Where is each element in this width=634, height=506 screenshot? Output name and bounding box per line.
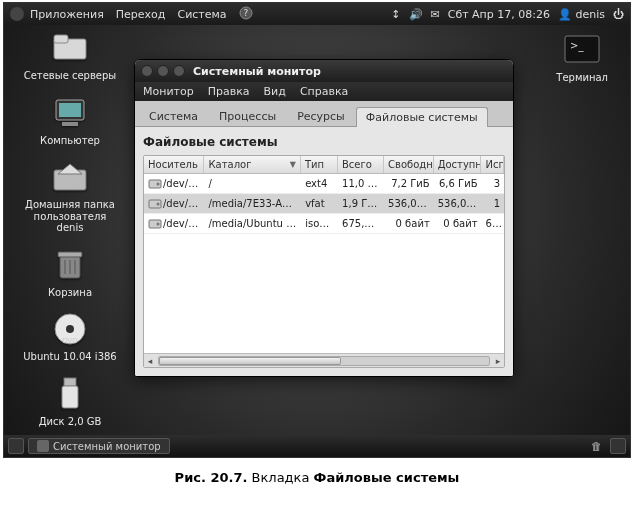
distro-logo-icon[interactable] — [10, 7, 24, 21]
svg-marker-8 — [58, 164, 82, 174]
system-monitor-window: Системный монитор Монитор Правка Вид Спр… — [134, 59, 514, 377]
volume-icon[interactable]: 🔊 — [409, 8, 423, 21]
cell-directory: /media/7E33-A58E — [204, 196, 301, 211]
col-total[interactable]: Всего — [338, 156, 384, 173]
caption-text: Вкладка — [247, 470, 313, 485]
icon-label: Диск 2,0 GB — [39, 416, 102, 427]
icon-label: Домашняя папка пользователя denis — [25, 199, 115, 233]
tab-bar: Система Процессы Ресурсы Файловые систем… — [135, 101, 513, 127]
svg-point-15 — [66, 325, 74, 333]
maximize-button[interactable] — [173, 65, 185, 77]
filesystems-table: Носитель Каталог▼ Тип Всего Свободно Дос… — [143, 155, 505, 368]
menu-edit[interactable]: Правка — [208, 85, 250, 98]
menu-help[interactable]: Справка — [300, 85, 348, 98]
cell-directory: /media/Ubuntu 10.04 i386 — [204, 216, 301, 231]
user-name: denis — [575, 8, 605, 21]
cell-device: /dev/sr0 — [144, 216, 204, 232]
scroll-right-icon[interactable]: ▸ — [492, 355, 504, 367]
trash-icon — [49, 246, 91, 284]
svg-point-22 — [157, 182, 160, 185]
folder-network-icon — [49, 29, 91, 67]
top-panel: Приложения Переход Система ? ↕ 🔊 ✉ Сбт А… — [4, 3, 630, 25]
window-titlebar[interactable]: Системный монитор — [135, 60, 513, 82]
taskbar-app-button[interactable]: Системный монитор — [28, 438, 170, 454]
desktop-icon-cdrom[interactable]: DVD Ubuntu 10.04 i386 — [20, 310, 120, 363]
minimize-button[interactable] — [157, 65, 169, 77]
table-row[interactable]: /dev/sr0/media/Ubuntu 10.04 i386iso96606… — [144, 214, 504, 234]
desktop-icon-trash[interactable]: Корзина — [20, 246, 120, 299]
help-icon[interactable]: ? — [239, 6, 253, 23]
caption-bold: Файловые системы — [314, 470, 460, 485]
col-device[interactable]: Носитель — [144, 156, 204, 173]
desktop-icon-home[interactable]: Домашняя папка пользователя denis — [20, 158, 120, 234]
desktop-icons-column: Сетевые серверы Компьютер Домашняя папка… — [20, 29, 120, 439]
desktop-icon-terminal[interactable]: >_ Терминал — [556, 33, 608, 83]
close-button[interactable] — [141, 65, 153, 77]
tab-system[interactable]: Система — [139, 106, 208, 126]
svg-rect-5 — [59, 103, 81, 117]
tab-processes[interactable]: Процессы — [209, 106, 286, 126]
col-free[interactable]: Свободно — [384, 156, 434, 173]
section-title: Файловые системы — [143, 135, 505, 149]
menu-applications[interactable]: Приложения — [30, 8, 104, 21]
scroll-thumb[interactable] — [159, 357, 341, 365]
col-type[interactable]: Тип — [301, 156, 338, 173]
svg-rect-18 — [62, 386, 78, 408]
app-icon — [37, 440, 49, 452]
figure-number: Рис. 20.7. — [175, 470, 248, 485]
cell-used: 1 — [482, 196, 504, 211]
menu-view[interactable]: Вид — [264, 85, 286, 98]
table-row[interactable]: /dev/sdb1/media/7E33-A58Evfat1,9 ГиБ536,… — [144, 194, 504, 214]
clock[interactable]: Сбт Апр 17, 08:26 — [448, 8, 550, 21]
dvd-icon: DVD — [49, 310, 91, 348]
col-available[interactable]: Доступно — [434, 156, 482, 173]
mail-icon[interactable]: ✉ — [431, 8, 440, 21]
svg-rect-17 — [64, 378, 76, 386]
tab-resources[interactable]: Ресурсы — [287, 106, 355, 126]
table-body[interactable]: /dev/sda1/ext411,0 ГиБ7,2 ГиБ6,6 ГиБ3/de… — [144, 174, 504, 353]
show-desktop-button[interactable] — [8, 438, 24, 454]
desktop-icon-computer[interactable]: Компьютер — [20, 94, 120, 147]
menu-system[interactable]: Система — [177, 8, 226, 21]
horizontal-scrollbar[interactable]: ◂ ▸ — [144, 353, 504, 367]
network-icon[interactable]: ↕ — [391, 8, 400, 21]
svg-point-24 — [157, 202, 160, 205]
cell-total: 1,9 ГиБ — [338, 196, 384, 211]
usb-drive-icon — [49, 375, 91, 413]
cell-used: 3 — [482, 176, 504, 191]
table-header: Носитель Каталог▼ Тип Всего Свободно Дос… — [144, 156, 504, 174]
cell-available: 0 байт — [434, 216, 482, 231]
col-directory[interactable]: Каталог▼ — [204, 156, 301, 173]
icon-label: Ubuntu 10.04 i386 — [23, 351, 116, 362]
cell-available: 6,6 ГиБ — [434, 176, 482, 191]
svg-text:?: ? — [243, 8, 248, 18]
figure-caption: Рис. 20.7. Вкладка Файловые системы — [0, 458, 634, 497]
svg-text:DVD: DVD — [62, 337, 77, 345]
table-row[interactable]: /dev/sda1/ext411,0 ГиБ7,2 ГиБ6,6 ГиБ3 — [144, 174, 504, 194]
cell-type: iso9660 — [301, 216, 338, 231]
menu-monitor[interactable]: Монитор — [143, 85, 194, 98]
user-menu[interactable]: 👤 denis — [558, 8, 605, 21]
bottom-panel: Системный монитор 🗑 — [4, 435, 630, 457]
col-used[interactable]: Исп — [481, 156, 504, 173]
tab-filesystems[interactable]: Файловые системы — [356, 107, 488, 127]
scroll-left-icon[interactable]: ◂ — [144, 355, 156, 367]
computer-icon — [49, 94, 91, 132]
panel-trash-icon[interactable]: 🗑 — [588, 438, 604, 454]
sort-indicator-icon: ▼ — [290, 160, 296, 169]
scroll-track[interactable] — [158, 356, 490, 366]
tab-content: Файловые системы Носитель Каталог▼ Тип В… — [135, 127, 513, 376]
svg-point-26 — [157, 222, 160, 225]
svg-text:>_: >_ — [570, 40, 584, 52]
cell-directory: / — [204, 176, 301, 191]
cell-used: 675, — [482, 216, 504, 231]
desktop-icon-usb[interactable]: Диск 2,0 GB — [20, 375, 120, 428]
svg-rect-10 — [58, 252, 82, 257]
desktop-icon-network-servers[interactable]: Сетевые серверы — [20, 29, 120, 82]
workspace-switcher[interactable] — [610, 438, 626, 454]
shutdown-icon[interactable]: ⏻ — [613, 8, 624, 21]
icon-label: Терминал — [556, 72, 608, 83]
menu-places[interactable]: Переход — [116, 8, 166, 21]
svg-rect-6 — [62, 122, 78, 126]
cell-type: ext4 — [301, 176, 338, 191]
